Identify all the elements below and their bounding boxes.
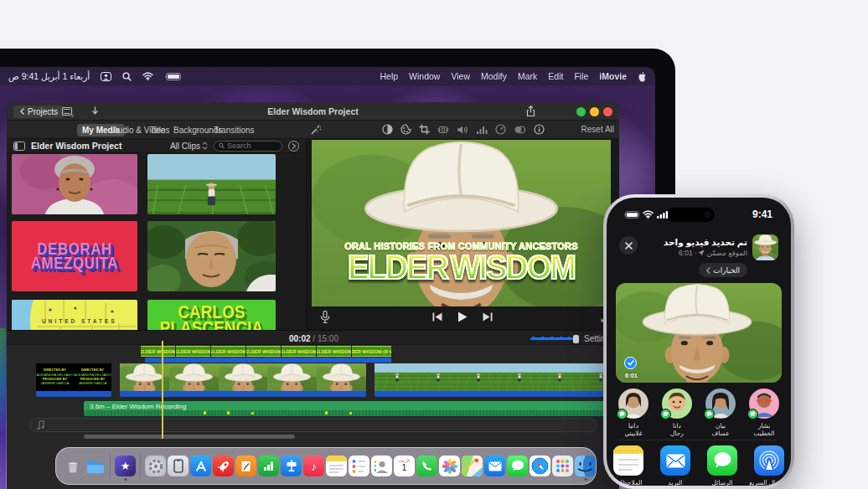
contact-dania[interactable]: دانياغلاييني bbox=[615, 389, 652, 438]
video-preview[interactable]: 6:01 bbox=[616, 283, 782, 383]
dynamic-island bbox=[666, 208, 715, 222]
wifi-icon[interactable] bbox=[142, 72, 153, 80]
menu-edit[interactable]: Edit bbox=[548, 71, 563, 81]
menu-window[interactable]: Window bbox=[409, 71, 440, 81]
volume-icon[interactable] bbox=[457, 125, 468, 135]
dock-icon-keynote[interactable] bbox=[281, 456, 302, 476]
play-button[interactable] bbox=[457, 311, 468, 322]
fast-user-switch-icon[interactable] bbox=[101, 72, 111, 81]
menu-mark[interactable]: Mark bbox=[518, 71, 537, 81]
options-button[interactable]: الخيارات bbox=[699, 263, 747, 277]
color-correction-icon[interactable] bbox=[400, 124, 411, 135]
contact-bayan[interactable]: بيانعساف bbox=[702, 389, 739, 438]
dock-icon-reminders[interactable] bbox=[349, 456, 369, 476]
title-clip[interactable]: ELDER WISDOM bbox=[246, 346, 281, 357]
dock-icon-iphone-mirroring[interactable] bbox=[168, 456, 189, 476]
dock-icon-system-settings[interactable] bbox=[145, 456, 166, 476]
color-balance-icon[interactable] bbox=[382, 124, 393, 135]
zoom-slider-handle[interactable] bbox=[573, 335, 579, 343]
clip-thumbnail-woman-green[interactable] bbox=[147, 221, 276, 291]
dock-icon-app-store[interactable] bbox=[190, 456, 211, 476]
menu-bar-clock[interactable]: أربعاء 1 أبريل 9:41 ص bbox=[8, 71, 90, 81]
clip-filter-dropdown[interactable]: All Clips bbox=[170, 142, 208, 151]
dock-icon-music[interactable]: ♪ bbox=[303, 456, 324, 476]
dock-icon-phone[interactable] bbox=[416, 456, 437, 476]
zoom-traffic-light[interactable] bbox=[576, 107, 586, 116]
timeline-zoom-slider[interactable] bbox=[530, 337, 576, 340]
timeline-clip-field[interactable] bbox=[375, 363, 619, 391]
battery-icon[interactable] bbox=[164, 73, 181, 80]
tab-transitions[interactable]: Transitions bbox=[209, 124, 260, 136]
search-input[interactable] bbox=[227, 142, 277, 150]
noise-reduction-icon[interactable] bbox=[476, 125, 488, 135]
clip-thumbnail-carlos-title[interactable]: CARLOS PLASCENCIA bbox=[147, 300, 276, 330]
search-field[interactable] bbox=[214, 141, 282, 152]
speed-icon[interactable] bbox=[495, 124, 506, 135]
dock-icon-trash[interactable] bbox=[62, 456, 83, 476]
dock-icon-maps[interactable] bbox=[462, 456, 483, 476]
title-clip[interactable]: ELDER WISDOM bbox=[176, 346, 210, 357]
share-app-airdrop[interactable]: الإرسال السريع bbox=[751, 445, 788, 486]
clip-thumbnail-woman-pink[interactable] bbox=[12, 154, 137, 214]
title-clip[interactable]: ELDER WISDOM bbox=[211, 346, 245, 357]
reset-all-button[interactable]: Reset All bbox=[581, 125, 614, 134]
selected-video-thumbnail[interactable] bbox=[752, 234, 778, 260]
dock-icon-downloads-folder[interactable] bbox=[85, 456, 106, 476]
title-clip[interactable]: ELDER WISDOM bbox=[317, 346, 351, 357]
contact-dana[interactable]: دانارحال bbox=[659, 389, 695, 438]
dock-icon-safari[interactable] bbox=[530, 456, 550, 476]
stabilization-icon[interactable] bbox=[437, 125, 449, 135]
close-button[interactable] bbox=[619, 236, 638, 255]
dock-icon-contacts[interactable] bbox=[371, 456, 392, 476]
dock-icon-finder[interactable] bbox=[575, 456, 596, 476]
title-clip[interactable]: ELDER WISDOM (R WIS bbox=[352, 346, 391, 357]
clip-thumbnail-deborah-title[interactable]: DEBORAH AMÉZQUITA bbox=[12, 221, 137, 291]
dock-icon-messages[interactable] bbox=[507, 456, 528, 476]
menu-help[interactable]: Help bbox=[380, 71, 398, 81]
next-frame-button[interactable] bbox=[483, 312, 493, 322]
menu-view[interactable]: View bbox=[451, 71, 470, 81]
title-clip[interactable]: ELDER WISDOM bbox=[141, 346, 175, 357]
timeline-audio-clip[interactable]: 3.6m – Elder Wisdom Recording bbox=[84, 401, 619, 416]
menu-modify[interactable]: Modify bbox=[481, 71, 507, 81]
dock-icon-notes[interactable] bbox=[326, 456, 347, 476]
share-app-messages[interactable]: الرسائل bbox=[704, 445, 741, 486]
share-icon[interactable] bbox=[526, 106, 535, 121]
contact-bashar[interactable]: بشارالخطيب bbox=[746, 389, 783, 438]
share-app-mail[interactable]: البريد bbox=[657, 445, 694, 486]
clip-filter-icon[interactable] bbox=[514, 125, 526, 135]
dock-icon-mail[interactable] bbox=[484, 456, 505, 476]
contact-first-name: دانا bbox=[673, 422, 681, 430]
background-music-well[interactable] bbox=[29, 418, 597, 432]
viewer-video[interactable]: ORAL HISTORIES FROM COMMUNITY ANCESTORS … bbox=[312, 140, 611, 306]
dock-icon-imovie[interactable]: ★ bbox=[115, 456, 136, 476]
timeline-scrollbar[interactable] bbox=[84, 435, 295, 439]
crop-icon[interactable] bbox=[419, 124, 430, 135]
dock-icon-rocket[interactable] bbox=[213, 456, 234, 476]
spotlight-search-icon[interactable] bbox=[122, 72, 132, 81]
enhance-magic-wand-icon[interactable] bbox=[310, 124, 322, 139]
clip-thumbnail-map[interactable]: UNITED STATES bbox=[12, 300, 137, 330]
share-app-notes[interactable]: الملاحظات bbox=[610, 445, 647, 486]
selected-checkmark-icon[interactable] bbox=[624, 357, 637, 369]
title-clip[interactable]: ELDER WISDOM bbox=[282, 346, 316, 357]
timeline-clip-elder-interview[interactable] bbox=[120, 363, 366, 391]
menu-imovie[interactable]: iMovie bbox=[599, 71, 627, 81]
credits-line: DIRECTED BY bbox=[81, 368, 104, 372]
previous-frame-button[interactable] bbox=[432, 312, 442, 322]
info-icon[interactable] bbox=[534, 124, 545, 135]
clip-thumbnail-field[interactable] bbox=[147, 154, 276, 214]
dock-icon-numbers[interactable] bbox=[258, 456, 279, 476]
filter-arrow-icon[interactable] bbox=[288, 141, 299, 152]
playhead[interactable] bbox=[162, 341, 163, 439]
dock-icon-pages[interactable] bbox=[235, 456, 256, 476]
menu-file[interactable]: File bbox=[574, 71, 588, 81]
dock-icon-launchpad[interactable] bbox=[552, 456, 573, 476]
sidebar-toggle-icon[interactable] bbox=[13, 142, 25, 151]
minimize-traffic-light[interactable] bbox=[590, 107, 599, 116]
dock-icon-photos[interactable] bbox=[439, 456, 460, 476]
dock-icon-calendar[interactable]: الأربعاء 1 bbox=[394, 456, 415, 476]
timeline-clip-credits[interactable]: DIRECTED BY ALEJANDRA DELGADO PRODUCED B… bbox=[36, 363, 111, 391]
apple-logo-icon[interactable] bbox=[638, 71, 647, 82]
close-traffic-light[interactable] bbox=[603, 107, 612, 116]
